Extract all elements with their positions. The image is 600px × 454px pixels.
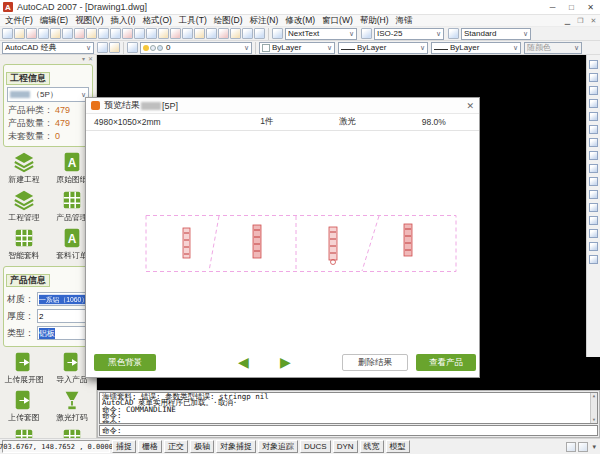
explode-icon[interactable] — [589, 255, 598, 264]
status-toggle-模型[interactable]: 模型 — [386, 440, 410, 453]
copy-object-icon[interactable] — [589, 73, 598, 82]
copy-icon[interactable] — [86, 28, 97, 39]
chamfer-icon[interactable] — [589, 229, 598, 238]
dialog-close-icon[interactable]: ✕ — [466, 101, 474, 111]
table-style-icon[interactable] — [448, 28, 459, 39]
layer-properties-icon[interactable] — [127, 42, 138, 53]
command-input[interactable]: 命令: — [99, 425, 598, 436]
field-input[interactable]: 铝板 — [37, 326, 89, 340]
erase-icon[interactable] — [589, 60, 598, 69]
trim-icon[interactable] — [589, 177, 598, 186]
pan-icon[interactable] — [146, 28, 157, 39]
open-icon[interactable] — [14, 28, 25, 39]
qdim-icon[interactable] — [254, 28, 265, 39]
offset-icon[interactable] — [589, 99, 598, 108]
new-icon[interactable] — [2, 28, 13, 39]
menu-item-12[interactable]: 海镭 — [396, 15, 413, 27]
match-properties-icon[interactable] — [110, 28, 121, 39]
minimize-button[interactable]: ─ — [543, 0, 562, 14]
paste-icon[interactable] — [98, 28, 109, 39]
menu-item-2[interactable]: 编辑(E) — [40, 15, 68, 27]
layer-select[interactable]: 0 ∨ — [140, 42, 252, 54]
toolbar-unlock-icon[interactable] — [566, 442, 576, 452]
menu-item-11[interactable]: 帮助(H) — [360, 15, 389, 27]
text-style-icon[interactable] — [272, 28, 283, 39]
field-input[interactable]: 一系铝（1060） — [37, 292, 89, 306]
clean-screen-icon[interactable] — [578, 442, 588, 452]
menu-item-5[interactable]: 格式(O) — [143, 15, 172, 27]
close-button[interactable]: ✕ — [581, 0, 600, 14]
workspace-settings-icon[interactable] — [97, 42, 108, 53]
scale-icon[interactable] — [589, 151, 598, 160]
menu-item-9[interactable]: 修改(M) — [285, 15, 315, 27]
menu-item-3[interactable]: 视图(V) — [75, 15, 103, 27]
status-toggle-正交[interactable]: 正交 — [164, 440, 188, 453]
break-icon[interactable] — [589, 216, 598, 225]
project-dropdown[interactable]: （5P） ∨ — [7, 87, 89, 102]
array-icon[interactable] — [589, 112, 598, 121]
tool-button-laser-mark[interactable]: 激光打码 — [48, 388, 96, 425]
tool-button-new-project[interactable]: 新建工程 — [0, 150, 48, 187]
status-toggle-栅格[interactable]: 栅格 — [138, 440, 162, 453]
zoom-window-icon[interactable] — [170, 28, 181, 39]
status-menu-arrow-icon[interactable]: ▾ — [590, 443, 598, 451]
menu-item-6[interactable]: 工具(T) — [179, 15, 207, 27]
panel-menu-icon[interactable]: ▾ — [82, 56, 85, 62]
field-input[interactable]: 2 — [37, 309, 89, 323]
status-toggle-对象追踪[interactable]: 对象追踪 — [258, 440, 298, 453]
mdi-close-button[interactable]: ✕ — [587, 17, 600, 25]
status-toggle-对象捕捉[interactable]: 对象捕捉 — [216, 440, 256, 453]
view-product-button[interactable]: 查看产品 — [416, 354, 476, 371]
plot-preview-icon[interactable] — [50, 28, 61, 39]
designcenter-icon[interactable] — [206, 28, 217, 39]
command-scrollbar[interactable]: ▲▼ — [590, 393, 597, 423]
tool-button-merge-dxf[interactable]: 合并DXF — [0, 426, 48, 438]
menu-item-4[interactable]: 插入(I) — [111, 15, 136, 27]
mdi-minimize-button[interactable]: ▁ — [561, 17, 574, 25]
menu-item-1[interactable]: 文件(F) — [5, 15, 33, 27]
workspace-save-icon[interactable] — [109, 42, 120, 53]
black-background-button[interactable]: 黑色背景 — [94, 354, 156, 371]
publish-icon[interactable] — [62, 28, 73, 39]
tool-button-smart-nesting[interactable]: 智能套料 — [0, 226, 48, 263]
tool-palettes-icon[interactable] — [218, 28, 229, 39]
dim-style-icon[interactable] — [361, 28, 372, 39]
text-style-select[interactable]: NextText∨ — [285, 28, 357, 40]
status-toggle-极轴[interactable]: 极轴 — [190, 440, 214, 453]
zoom-previous-icon[interactable] — [182, 28, 193, 39]
workspace-select[interactable]: AutoCAD 经典∨ — [2, 42, 94, 54]
status-toggle-DUCS[interactable]: DUCS — [300, 440, 331, 453]
panel-close-icon[interactable]: ✕ — [88, 56, 93, 62]
markup-icon[interactable] — [242, 28, 253, 39]
save-icon[interactable] — [26, 28, 37, 39]
plot-icon[interactable] — [38, 28, 49, 39]
cut-icon[interactable] — [74, 28, 85, 39]
fillet-icon[interactable] — [589, 242, 598, 251]
menu-item-10[interactable]: 窗口(W) — [322, 15, 353, 27]
tool-button-upload-unfold[interactable]: 上传展开图 — [0, 350, 48, 387]
color-select[interactable]: ByLayer∨ — [259, 42, 335, 54]
linetype-select[interactable]: ByLayer∨ — [338, 42, 428, 54]
menu-item-8[interactable]: 标注(N) — [250, 15, 279, 27]
rotate-icon[interactable] — [589, 138, 598, 147]
tool-button-project-manage[interactable]: 工程管理 — [0, 188, 48, 225]
sheetset-manager-icon[interactable] — [230, 28, 241, 39]
redo-icon[interactable] — [134, 28, 145, 39]
tool-button-upload-nest[interactable]: 上传套图 — [0, 388, 48, 425]
break-point-icon[interactable] — [589, 203, 598, 212]
status-toggle-捕捉[interactable]: 捕捉 — [112, 440, 136, 453]
maximize-button[interactable]: □ — [562, 0, 581, 14]
tool-button-plate-frame[interactable]: 铝板外框 — [48, 426, 96, 438]
stretch-icon[interactable] — [589, 164, 598, 173]
dim-style-select[interactable]: ISO-25∨ — [374, 28, 444, 40]
delete-result-button[interactable]: 删除结果 — [342, 354, 408, 371]
zoom-realtime-icon[interactable] — [158, 28, 169, 39]
status-toggle-线宽[interactable]: 线宽 — [360, 440, 384, 453]
table-style-select[interactable]: Standard∨ — [461, 28, 531, 40]
move-icon[interactable] — [589, 125, 598, 134]
status-toggle-DYN[interactable]: DYN — [333, 440, 358, 453]
extend-icon[interactable] — [589, 190, 598, 199]
properties-icon[interactable] — [194, 28, 205, 39]
next-sheet-icon[interactable]: ▶ — [280, 354, 291, 371]
mirror-icon[interactable] — [589, 86, 598, 95]
